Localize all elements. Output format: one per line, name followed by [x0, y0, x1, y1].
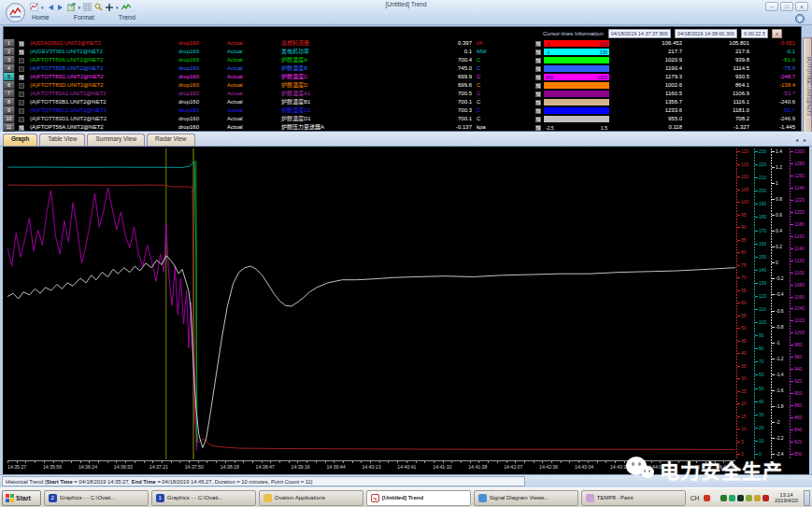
- row-checkbox[interactable]: [15, 100, 27, 106]
- help-button[interactable]: ?: [795, 14, 805, 23]
- table-row[interactable]: 8(A)FTOTT83B1.UNIT2@NET2drop160Actual炉膛温…: [4, 98, 801, 106]
- tray-teal-icon[interactable]: [729, 495, 735, 501]
- scale-bar[interactable]: [544, 107, 609, 114]
- start-button[interactable]: Start: [2, 490, 41, 506]
- plot-area[interactable]: [7, 148, 735, 459]
- cursor-duration-field[interactable]: 0:00:22.5: [741, 29, 768, 38]
- tray-gold-icon[interactable]: [754, 495, 761, 501]
- checkbox-icon: ✓: [535, 49, 541, 55]
- taskbar-item[interactable]: 1Graphics - - C:\Ovati...: [151, 490, 256, 506]
- table-row[interactable]: 5✓(A)FTOTT83C.UNIT2@NET2drop160Actual炉膛温…: [4, 73, 801, 81]
- scale-bar[interactable]: [544, 57, 609, 63]
- close-button[interactable]: x: [795, 2, 808, 11]
- table-row[interactable]: 10(A)FTOTT83D1.UNIT2@NET2drop160Actual炉膛…: [4, 115, 801, 123]
- add-dropdown[interactable]: ▾: [116, 5, 119, 10]
- tag-name: (A)FTOTT83A.UNIT2@NET2: [27, 56, 178, 64]
- scale-bar[interactable]: -1120: [544, 40, 609, 47]
- tab-format[interactable]: Format: [70, 13, 98, 21]
- add-scan-icon[interactable]: [106, 3, 113, 11]
- tab-home[interactable]: Home: [28, 13, 53, 21]
- tab-summary-view[interactable]: Summary View: [87, 134, 145, 146]
- side-panel-tab[interactable]: (A)FTOTT83C.UNIT2@NET2: [803, 37, 812, 133]
- row-checkbox[interactable]: [15, 117, 27, 122]
- cursor-row-checkbox[interactable]: ✓: [532, 108, 544, 114]
- tray-green-shield-icon[interactable]: [720, 495, 727, 501]
- cursor-close-icon[interactable]: x: [772, 29, 782, 38]
- table-row[interactable]: 9(A)FTOTT83C1.UNIT2@NET2drop160Actual炉膛温…: [4, 106, 801, 115]
- taskbar-item[interactable]: Signal Diagram Viewe...: [474, 490, 578, 506]
- cursor-row-checkbox[interactable]: ✓: [532, 92, 544, 97]
- tray-flag-icon[interactable]: [712, 495, 719, 501]
- tray-gear-icon[interactable]: [746, 495, 752, 501]
- scale-bar[interactable]: -1230: [544, 49, 609, 55]
- scale-bar[interactable]: [544, 82, 609, 89]
- axis-tick-label: -1.8: [776, 403, 784, 409]
- row-checkbox[interactable]: [15, 92, 27, 97]
- chart-type-icon[interactable]: [30, 3, 38, 11]
- row-checkbox[interactable]: [15, 58, 27, 63]
- cursor-row-checkbox[interactable]: ✓: [532, 58, 544, 63]
- forward-icon[interactable]: [57, 3, 64, 11]
- fuel-flow-axis: [736, 148, 737, 459]
- table-row[interactable]: 7(A)FTOTT83A1.UNIT2@NET2drop160Actual炉膛温…: [4, 90, 801, 98]
- tab-graph-view[interactable]: Graph: [3, 134, 37, 146]
- tray-red-icon[interactable]: [704, 495, 710, 501]
- cursor-time2-field[interactable]: 04/18/2019 14:38:00.300: [675, 29, 737, 38]
- checkbox-icon: ✓: [535, 41, 541, 47]
- cursor-row-checkbox[interactable]: ✓: [532, 100, 544, 106]
- table-row[interactable]: 6(A)FTOTT83D.UNIT2@NET2drop160Actual炉膛温度…: [4, 81, 801, 90]
- cursor-row-checkbox[interactable]: ✓: [532, 49, 544, 55]
- scale-bar[interactable]: -2.51.5: [544, 124, 609, 131]
- table-row[interactable]: 4(A)FTOTT83B.UNIT2@NET2drop160Actual炉膛温度…: [4, 64, 801, 73]
- taskbar-item[interactable]: ∿[Untitled] Trend: [366, 490, 471, 506]
- maximize-button[interactable]: □: [780, 2, 793, 11]
- cursor-row-checkbox[interactable]: ✓: [532, 83, 544, 89]
- cursor-time1-field[interactable]: 04/18/2019 14:37:37.800: [608, 29, 671, 38]
- table-row[interactable]: 3(A)FTOTT83A.UNIT2@NET2drop160Actual炉膛温度…: [4, 56, 801, 64]
- row-checkbox[interactable]: ✓: [15, 75, 27, 80]
- grid-view-icon[interactable]: [83, 3, 92, 11]
- cursor-row-checkbox[interactable]: ✓: [532, 41, 544, 47]
- show-desktop-button[interactable]: [804, 490, 810, 506]
- taskbar-item[interactable]: TEMP8 - Paint: [581, 490, 686, 506]
- cursor-row-checkbox[interactable]: ✓: [532, 125, 544, 131]
- cursor-row-checkbox[interactable]: ✓: [532, 75, 544, 80]
- back-icon[interactable]: [47, 3, 54, 11]
- table-row[interactable]: 1✓(A)03A02601.UNIT2@NET2drop160Actual总燃料…: [4, 39, 801, 48]
- scale-bar[interactable]: 8001300: [544, 74, 609, 80]
- taskbar-item[interactable]: 2Graphics - - C:\Ovati...: [44, 490, 149, 506]
- scale-bar[interactable]: [544, 65, 609, 72]
- table-row[interactable]: 11✓(A)FTOPT56A.UNIT2@NET2drop160Actual炉膛…: [4, 123, 801, 132]
- tab-radar-view[interactable]: Radar View: [147, 134, 194, 146]
- clock[interactable]: 13:14 2019/4/20: [772, 492, 801, 503]
- app-menu-button[interactable]: [6, 3, 25, 22]
- scale-bar[interactable]: [544, 99, 609, 106]
- export-dropdown[interactable]: ▾: [78, 5, 81, 10]
- tray-record-icon[interactable]: [762, 495, 769, 501]
- language-indicator[interactable]: CH: [689, 495, 701, 501]
- tab-trend[interactable]: Trend: [115, 13, 139, 21]
- row-checkbox[interactable]: ✓: [15, 49, 27, 55]
- drop-name: drop160: [178, 90, 227, 98]
- scale-bar[interactable]: [544, 91, 609, 97]
- minimize-button[interactable]: –: [765, 2, 778, 11]
- row-checkbox[interactable]: [15, 108, 27, 114]
- cursor-row-checkbox[interactable]: ✓: [532, 66, 544, 72]
- row-checkbox[interactable]: ✓: [15, 125, 27, 131]
- row-checkbox[interactable]: [15, 83, 27, 89]
- export-icon[interactable]: [67, 3, 76, 11]
- tab-scroll-arrows[interactable]: ◂ ▸: [795, 136, 808, 143]
- taskbar-item[interactable]: Ovation Applications: [259, 490, 363, 506]
- live-trend-icon[interactable]: [121, 3, 131, 11]
- axis-tick-label: 75: [741, 262, 747, 268]
- tray-monitor-icon[interactable]: [737, 495, 744, 501]
- scale-bar[interactable]: [544, 116, 609, 122]
- row-checkbox[interactable]: ✓: [15, 41, 27, 47]
- cursor-row-checkbox[interactable]: ✓: [532, 117, 544, 122]
- chart-type-dropdown[interactable]: ▾: [41, 5, 44, 10]
- tab-table-view[interactable]: Table View: [39, 134, 85, 146]
- zoom-icon[interactable]: [94, 3, 103, 11]
- trend-graph[interactable]: 1201151101051009590858075706560555045403…: [3, 147, 809, 474]
- table-row[interactable]: 2✓(A)GEV3T001.UNIT2@NET2drop160Actual发电机…: [4, 48, 801, 56]
- row-checkbox[interactable]: [15, 66, 27, 72]
